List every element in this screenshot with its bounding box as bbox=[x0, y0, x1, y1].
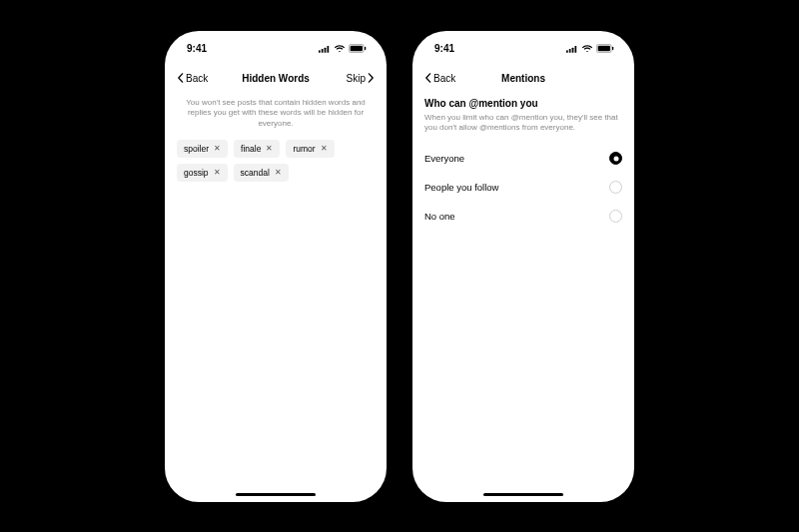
mention-option[interactable]: Everyone bbox=[424, 144, 622, 173]
phone-hidden-words: 9:41 Back Hidden Words Skip bbox=[165, 31, 387, 502]
svg-rect-7 bbox=[566, 50, 568, 53]
radio-icon[interactable] bbox=[609, 181, 622, 194]
hidden-word-chip[interactable]: gossip✕ bbox=[177, 164, 228, 182]
svg-rect-5 bbox=[351, 46, 363, 52]
nav-bar: Back Mentions bbox=[412, 67, 634, 94]
option-label: No one bbox=[424, 211, 455, 222]
chevron-left-icon bbox=[177, 73, 184, 83]
svg-rect-3 bbox=[327, 46, 329, 53]
svg-rect-1 bbox=[322, 49, 324, 53]
hidden-word-chip[interactable]: rumor✕ bbox=[286, 140, 334, 158]
page-title: Mentions bbox=[501, 73, 545, 84]
chip-label: spoiler bbox=[184, 144, 209, 154]
svg-rect-0 bbox=[319, 50, 321, 53]
nav-bar: Back Hidden Words Skip bbox=[165, 67, 387, 94]
page-title: Hidden Words bbox=[242, 73, 310, 84]
chip-label: rumor bbox=[293, 144, 315, 154]
svg-rect-10 bbox=[574, 46, 576, 53]
svg-rect-12 bbox=[598, 46, 610, 52]
close-icon[interactable]: ✕ bbox=[266, 144, 273, 153]
option-label: Everyone bbox=[424, 153, 464, 164]
wifi-icon bbox=[334, 45, 346, 53]
section-title: Who can @mention you bbox=[424, 98, 622, 109]
close-icon[interactable]: ✕ bbox=[214, 144, 221, 153]
hidden-word-chip[interactable]: spoiler✕ bbox=[177, 140, 228, 158]
svg-rect-9 bbox=[572, 47, 574, 52]
skip-button[interactable]: Skip bbox=[347, 73, 375, 84]
chip-label: gossip bbox=[184, 168, 209, 178]
battery-icon bbox=[596, 44, 614, 53]
status-time: 9:41 bbox=[434, 43, 454, 54]
home-indicator[interactable] bbox=[483, 493, 563, 496]
content-area: You won't see posts that contain hidden … bbox=[165, 94, 387, 182]
battery-icon bbox=[349, 44, 367, 53]
chevron-left-icon bbox=[424, 73, 431, 83]
svg-rect-13 bbox=[612, 47, 613, 50]
back-label: Back bbox=[186, 73, 208, 84]
status-bar: 9:41 bbox=[165, 31, 387, 67]
section-subtitle: When you limit who can @mention you, the… bbox=[424, 113, 622, 135]
home-indicator[interactable] bbox=[236, 493, 316, 496]
mention-options: EveryonePeople you followNo one bbox=[424, 144, 622, 231]
signal-icon bbox=[566, 45, 578, 53]
phone-mentions: 9:41 Back Mentions Who can @mention you … bbox=[412, 31, 634, 502]
radio-icon[interactable] bbox=[609, 210, 622, 223]
chip-label: scandal bbox=[241, 168, 270, 178]
svg-rect-8 bbox=[569, 49, 571, 53]
mention-option[interactable]: No one bbox=[424, 202, 622, 231]
hidden-word-chip[interactable]: scandal✕ bbox=[234, 164, 289, 182]
back-button[interactable]: Back bbox=[424, 73, 455, 84]
status-icons bbox=[566, 44, 614, 53]
signal-icon bbox=[319, 45, 331, 53]
radio-icon[interactable] bbox=[609, 152, 622, 165]
content-area: Who can @mention you When you limit who … bbox=[412, 94, 634, 232]
skip-label: Skip bbox=[347, 73, 366, 84]
svg-rect-6 bbox=[365, 47, 366, 50]
intro-text: You won't see posts that contain hidden … bbox=[177, 94, 375, 140]
chip-label: finale bbox=[241, 144, 261, 154]
back-button[interactable]: Back bbox=[177, 73, 208, 84]
svg-rect-2 bbox=[325, 47, 327, 52]
close-icon[interactable]: ✕ bbox=[275, 168, 282, 177]
status-bar: 9:41 bbox=[412, 31, 634, 67]
status-icons bbox=[319, 44, 367, 53]
status-time: 9:41 bbox=[187, 43, 207, 54]
hidden-words-chips: spoiler✕finale✕rumor✕gossip✕scandal✕ bbox=[177, 140, 375, 182]
close-icon[interactable]: ✕ bbox=[321, 144, 328, 153]
back-label: Back bbox=[433, 73, 455, 84]
close-icon[interactable]: ✕ bbox=[214, 168, 221, 177]
chevron-right-icon bbox=[368, 73, 375, 83]
mention-option[interactable]: People you follow bbox=[424, 173, 622, 202]
wifi-icon bbox=[581, 45, 593, 53]
hidden-word-chip[interactable]: finale✕ bbox=[234, 140, 280, 158]
option-label: People you follow bbox=[424, 182, 498, 193]
